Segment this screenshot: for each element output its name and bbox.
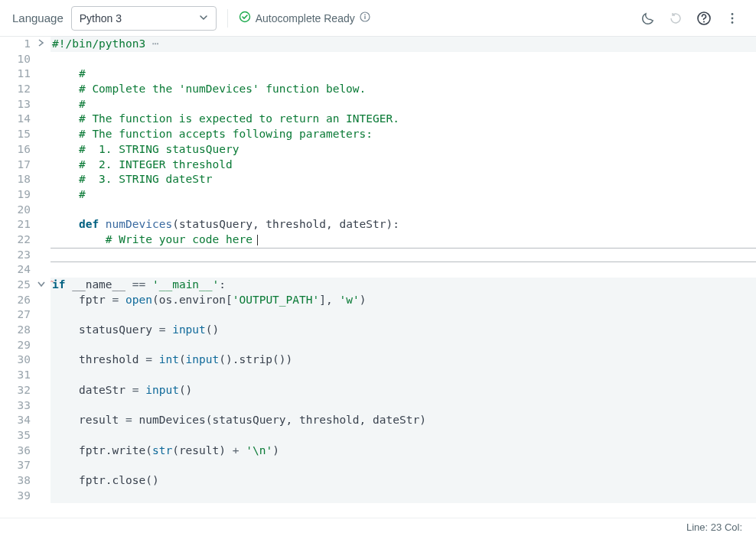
line-number: 26	[0, 293, 31, 308]
code-line	[51, 368, 756, 383]
line-number: 32	[0, 383, 31, 398]
theme-toggle-icon[interactable]	[641, 11, 655, 25]
code-line: #	[51, 97, 756, 112]
line-number: 14	[0, 112, 31, 127]
code-line	[51, 428, 756, 443]
autocomplete-label: Autocomplete Ready	[256, 12, 355, 24]
toolbar-actions	[641, 11, 744, 26]
line-number: 25	[0, 278, 31, 293]
reset-icon[interactable]	[669, 11, 683, 25]
chevron-down-icon	[199, 12, 208, 24]
line-number: 31	[0, 368, 31, 383]
autocomplete-status[interactable]: Autocomplete Ready	[239, 11, 370, 25]
code-line: # The function accepts following paramet…	[51, 127, 756, 142]
line-number: 30	[0, 352, 31, 368]
line-number: 18	[0, 172, 31, 187]
line-number: 19	[0, 187, 31, 203]
language-label: Language	[12, 11, 64, 24]
help-icon[interactable]	[696, 11, 712, 26]
code-line	[51, 248, 756, 263]
svg-point-7	[732, 17, 734, 19]
code-area[interactable]: #!/bin/python3 ⋯ # # Complete the 'numDe…	[51, 37, 756, 511]
code-line	[51, 489, 756, 504]
code-line	[51, 398, 756, 414]
status-bar: Line: 23 Col:	[0, 518, 756, 536]
status-col-label: Col:	[725, 521, 742, 533]
line-number: 37	[0, 458, 31, 473]
svg-point-8	[732, 21, 734, 24]
line-number: 21	[0, 217, 31, 232]
code-line	[51, 52, 756, 67]
check-circle-icon	[239, 11, 251, 25]
code-line	[51, 458, 756, 473]
language-value: Python 3	[80, 12, 122, 24]
line-number: 23	[0, 248, 31, 263]
code-line: ˜if __name__ == '__main__':	[51, 278, 756, 293]
line-number: 39	[0, 489, 31, 504]
code-line: # The function is expected to return an …	[51, 112, 756, 127]
line-number: 24	[0, 262, 31, 278]
line-number: 22	[0, 232, 31, 248]
svg-point-2	[364, 14, 366, 15]
warning-marker-icon: ˜	[50, 278, 54, 293]
code-line: threshold = int(input().strip())	[51, 352, 756, 368]
line-number: 33	[0, 398, 31, 414]
line-number: 11	[0, 67, 31, 82]
fold-expand-icon[interactable]	[37, 37, 46, 53]
gutter: 1 10 11 12 13 14 15 16 17 18 19 20 21 22…	[0, 37, 37, 511]
code-line: # Write your code here	[51, 232, 756, 248]
status-line-value: 23	[711, 521, 722, 533]
more-icon[interactable]	[725, 11, 739, 25]
code-line	[51, 338, 756, 353]
code-line	[51, 203, 756, 218]
code-line: #	[51, 67, 756, 82]
code-line: # 3. STRING dateStr	[51, 172, 756, 187]
line-number: 17	[0, 158, 31, 173]
fold-collapse-icon[interactable]	[37, 278, 46, 294]
svg-point-6	[732, 13, 734, 15]
code-line: fptr.write(str(result) + '\n')	[51, 443, 756, 459]
code-line: # 2. INTEGER threshold	[51, 158, 756, 173]
line-number: 15	[0, 127, 31, 142]
language-select[interactable]: Python 3	[71, 6, 217, 31]
code-line: result = numDevices(statusQuery, thresho…	[51, 413, 756, 428]
code-line: #	[51, 187, 756, 203]
code-line: # Complete the 'numDevices' function bel…	[51, 82, 756, 97]
code-line: dateStr = input()	[51, 383, 756, 398]
line-number: 29	[0, 338, 31, 353]
svg-point-5	[703, 21, 705, 22]
line-number: 10	[0, 52, 31, 67]
code-line	[51, 307, 756, 323]
divider	[227, 9, 228, 28]
line-number: 13	[0, 97, 31, 112]
code-line: fptr = open(os.environ['OUTPUT_PATH'], '…	[51, 293, 756, 308]
svg-rect-3	[364, 16, 365, 19]
line-number: 36	[0, 443, 31, 459]
line-number: 1	[0, 37, 31, 52]
line-number: 27	[0, 307, 31, 323]
code-line: # 1. STRING statusQuery	[51, 142, 756, 158]
line-number: 28	[0, 323, 31, 338]
text-cursor	[257, 235, 258, 245]
line-number: 34	[0, 413, 31, 428]
code-editor[interactable]: 1 10 11 12 13 14 15 16 17 18 19 20 21 22…	[0, 37, 756, 511]
line-number: 20	[0, 203, 31, 218]
line-number: 38	[0, 473, 31, 489]
line-number: 35	[0, 428, 31, 443]
status-line-label: Line:	[686, 521, 708, 533]
line-number: 12	[0, 82, 31, 97]
toolbar: Language Python 3 Autocomplete Ready	[0, 0, 756, 37]
info-icon[interactable]	[360, 11, 370, 24]
code-line: def numDevices(statusQuery, threshold, d…	[51, 217, 756, 232]
line-number: 16	[0, 142, 31, 158]
code-line: statusQuery = input()	[51, 323, 756, 338]
code-line	[51, 262, 756, 278]
fold-column	[37, 37, 51, 511]
code-line: fptr.close()	[51, 473, 756, 489]
code-line: #!/bin/python3 ⋯	[51, 37, 756, 52]
